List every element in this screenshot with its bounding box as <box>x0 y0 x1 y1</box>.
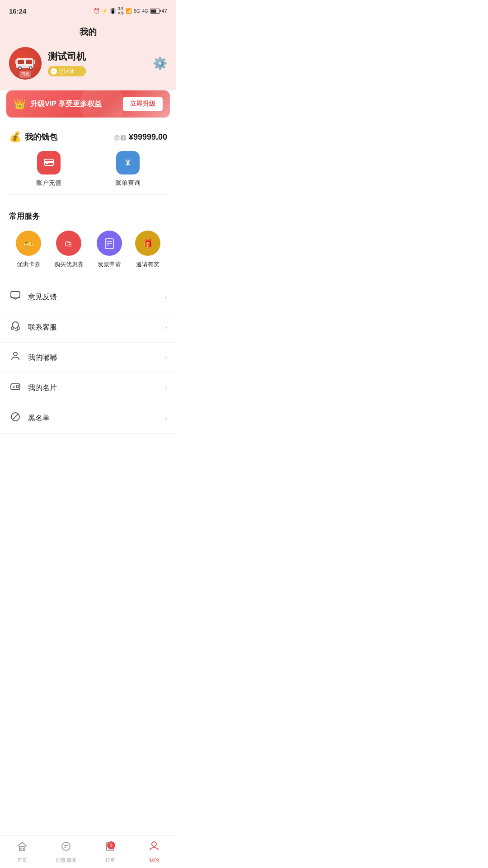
invoice-icon <box>97 231 122 256</box>
menu-card-label: 我的名片 <box>28 383 57 393</box>
service-buy-coupon[interactable]: 🛍 购买优惠券 <box>54 231 84 269</box>
invoice-svg <box>103 236 116 250</box>
coupon-svg: 🎫 <box>22 236 35 250</box>
avatar: 司机 <box>9 47 42 80</box>
service-invoice[interactable]: 发票申请 <box>97 231 122 269</box>
page-title: 我的 <box>80 27 97 37</box>
service-buy-coupon-label: 购买优惠券 <box>54 260 84 269</box>
svg-point-7 <box>30 67 32 69</box>
menu-blacklist-label: 黑名单 <box>28 414 50 423</box>
verified-label: 已认证 <box>58 67 75 75</box>
wifi-icon: 📶 <box>126 8 132 14</box>
menu-cs-left: 联系客服 <box>9 321 57 334</box>
invite-svg: 🎁 <box>141 236 155 250</box>
avatar-label: 司机 <box>19 71 31 78</box>
services-section: 常用服务 🎫 优惠卡券 🛍 购买优惠券 <box>0 203 176 278</box>
dudu-arrow: › <box>165 354 167 362</box>
recharge-action[interactable]: 账户充值 <box>9 151 88 187</box>
wallet-actions: 账户充值 ¥ 账单查询 <box>9 143 167 195</box>
blacklist-arrow: › <box>165 414 167 422</box>
profile-left: 司机 测试司机 ✓ 已认证 <box>9 47 86 80</box>
wallet-balance-label: 余额 <box>114 134 127 141</box>
menu-card-left: 我的名片 <box>9 381 57 395</box>
signal-5g-icon: 5G <box>134 8 141 14</box>
menu-dudu-label: 我的嘟嘟 <box>28 353 57 363</box>
svg-line-29 <box>13 414 19 420</box>
recharge-icon <box>37 151 61 175</box>
svg-point-23 <box>14 352 17 356</box>
battery-indicator <box>150 9 160 14</box>
wallet-balance: ¥99999.00 <box>129 132 167 142</box>
menu-feedback[interactable]: 意见反馈 › <box>0 282 176 312</box>
service-invite[interactable]: 🎁 邀请有奖 <box>135 231 160 269</box>
profile-section: 司机 测试司机 ✓ 已认证 ⚙️ <box>0 47 176 90</box>
svg-rect-16 <box>105 239 113 249</box>
feedback-icon <box>9 290 22 304</box>
bill-svg-icon: ¥ <box>122 156 134 169</box>
status-icons: ⏰ ⚡ 📳 3.5K/s 📶 5G 4G 47 <box>94 6 167 15</box>
recharge-label: 账户充值 <box>36 179 61 187</box>
battery-level: 47 <box>162 8 167 14</box>
bill-action[interactable]: ¥ 账单查询 <box>88 151 167 187</box>
bill-label: 账单查询 <box>115 179 141 187</box>
upgrade-button[interactable]: 立即升级 <box>123 97 163 111</box>
svg-rect-11 <box>44 161 53 163</box>
bill-icon: ¥ <box>116 151 140 175</box>
bluetooth-icon: ⚡ <box>102 8 108 14</box>
settings-icon[interactable]: ⚙️ <box>153 57 167 71</box>
vibrate-icon: 📳 <box>110 8 116 14</box>
wallet-icon: 💰 <box>9 131 21 143</box>
svg-point-27 <box>16 385 19 388</box>
svg-text:🎫: 🎫 <box>23 239 34 249</box>
service-coupon[interactable]: 🎫 优惠卡券 <box>16 231 41 269</box>
services-title: 常用服务 <box>9 211 167 222</box>
vip-banner-left: 👑 升级VIP 享受更多权益 <box>14 98 102 110</box>
status-time: 16:24 <box>9 7 26 15</box>
wallet-title-group: 💰 我的钱包 <box>9 131 57 143</box>
menu-list: 意见反馈 › 联系客服 › <box>0 282 176 434</box>
menu-dudu[interactable]: 我的嘟嘟 › <box>0 343 176 373</box>
svg-point-5 <box>19 67 21 69</box>
menu-blacklist[interactable]: 黑名单 › <box>0 403 176 434</box>
cs-arrow: › <box>165 323 167 331</box>
menu-dudu-left: 我的嘟嘟 <box>9 351 57 364</box>
coupon-icon: 🎫 <box>16 231 41 256</box>
svg-rect-8 <box>15 60 17 64</box>
balance-prefix: ¥ <box>129 132 133 142</box>
svg-rect-9 <box>34 60 35 64</box>
invite-icon: 🎁 <box>135 231 160 256</box>
svg-text:🎁: 🎁 <box>143 239 153 249</box>
service-coupon-label: 优惠卡券 <box>17 260 40 269</box>
menu-ban-left: 黑名单 <box>9 411 50 425</box>
vip-banner[interactable]: 👑 升级VIP 享受更多权益 立即升级 <box>6 90 170 118</box>
svg-text:¥: ¥ <box>125 158 130 167</box>
wallet-balance-group: 余额 ¥99999.00 <box>114 132 167 142</box>
status-bar: 16:24 ⏰ ⚡ 📳 3.5K/s 📶 5G 4G 47 <box>0 0 176 20</box>
svg-rect-12 <box>46 163 48 164</box>
profile-name: 测试司机 <box>48 50 86 63</box>
menu-cs-label: 联系客服 <box>28 323 57 332</box>
vip-text: 升级VIP 享受更多权益 <box>30 99 102 109</box>
page-header: 我的 <box>0 20 176 47</box>
svg-rect-1 <box>18 60 24 64</box>
verified-badge: ✓ 已认证 <box>48 66 86 76</box>
profile-info: 测试司机 ✓ 已认证 <box>48 50 86 76</box>
card-arrow: › <box>165 384 167 392</box>
signal-4g-icon: 4G <box>142 9 148 14</box>
crown-icon: 👑 <box>14 98 26 110</box>
service-invoice-label: 发票申请 <box>98 260 121 269</box>
wallet-section: 💰 我的钱包 余额 ¥99999.00 账户充值 <box>0 124 176 198</box>
buy-coupon-icon: 🛍 <box>56 231 81 256</box>
balance-value: 99999.00 <box>133 132 167 142</box>
person-icon <box>9 351 22 364</box>
wallet-header: 💰 我的钱包 余额 ¥99999.00 <box>9 131 167 143</box>
card-icon <box>9 381 22 395</box>
menu-business-card[interactable]: 我的名片 › <box>0 373 176 403</box>
menu-customer-service[interactable]: 联系客服 › <box>0 312 176 343</box>
ban-icon <box>9 411 22 425</box>
wallet-svg-icon <box>42 156 55 169</box>
buy-coupon-svg: 🛍 <box>62 236 75 250</box>
menu-feedback-left: 意见反馈 <box>9 290 57 304</box>
headset-icon <box>9 321 22 334</box>
wallet-title: 我的钱包 <box>25 132 57 142</box>
